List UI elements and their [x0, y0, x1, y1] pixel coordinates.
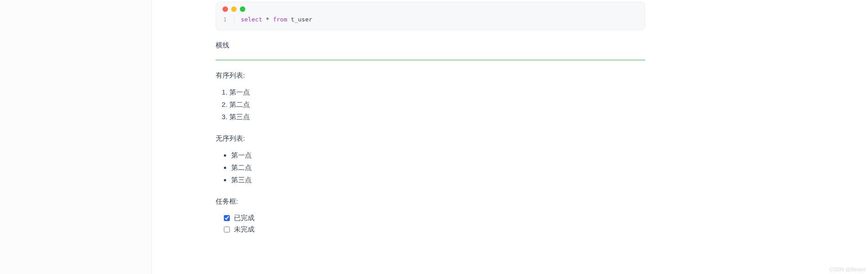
- task-item: 未完成: [224, 224, 645, 235]
- hr-section-label: 横线: [216, 41, 645, 50]
- code-window-controls: [216, 2, 645, 13]
- list-item: 第一点: [231, 149, 645, 162]
- task-label: 已完成: [234, 214, 254, 222]
- article: 1 select * from t_user 横线 有序列表: 第一点: [216, 2, 645, 235]
- task-label: 未完成: [234, 225, 254, 234]
- code-line-number: 1: [216, 15, 234, 24]
- ordered-list: 第一点 第二点 第三点: [216, 86, 645, 123]
- task-item: 已完成: [224, 212, 645, 224]
- list-item: 第二点: [231, 162, 645, 174]
- page-root: 1 select * from t_user 横线 有序列表: 第一点: [0, 0, 868, 274]
- sql-keyword-from: from: [273, 16, 287, 23]
- sql-keyword-select: select: [241, 16, 262, 23]
- ordered-list-label: 有序列表:: [216, 71, 645, 80]
- window-close-icon: [222, 6, 228, 12]
- list-item: 第二点: [229, 99, 645, 111]
- window-zoom-icon: [240, 6, 245, 12]
- list-item: 第一点: [229, 86, 645, 99]
- unordered-list: 第一点 第二点 第三点: [216, 149, 645, 186]
- sidebar: [0, 0, 152, 274]
- watermark: CSDN @Bealei: [830, 267, 865, 272]
- sql-table-name: t_user: [291, 16, 312, 23]
- code-line: select * from t_user: [234, 15, 312, 24]
- list-item: 第三点: [231, 174, 645, 186]
- code-body: 1 select * from t_user: [216, 13, 645, 30]
- task-checkbox-done[interactable]: [224, 215, 230, 221]
- list-item: 第三点: [229, 111, 645, 123]
- task-list-label: 任务框:: [216, 197, 645, 206]
- task-list: 已完成 未完成: [216, 212, 645, 235]
- horizontal-rule: [216, 60, 645, 60]
- sql-star: *: [266, 16, 270, 23]
- window-minimize-icon: [231, 6, 237, 12]
- main-content: 1 select * from t_user 横线 有序列表: 第一点: [152, 0, 868, 274]
- code-block: 1 select * from t_user: [216, 2, 645, 30]
- task-checkbox-undone[interactable]: [224, 227, 230, 232]
- unordered-list-label: 无序列表:: [216, 134, 645, 143]
